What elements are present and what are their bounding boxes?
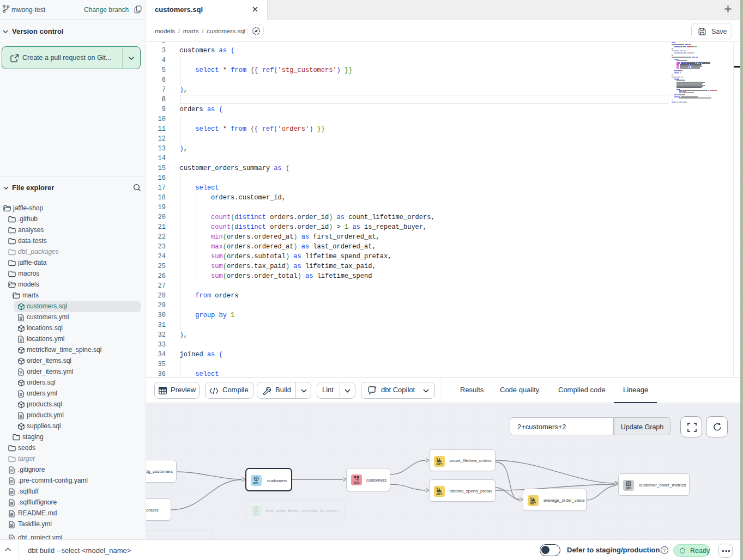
svg-text:?: ? <box>663 547 666 553</box>
